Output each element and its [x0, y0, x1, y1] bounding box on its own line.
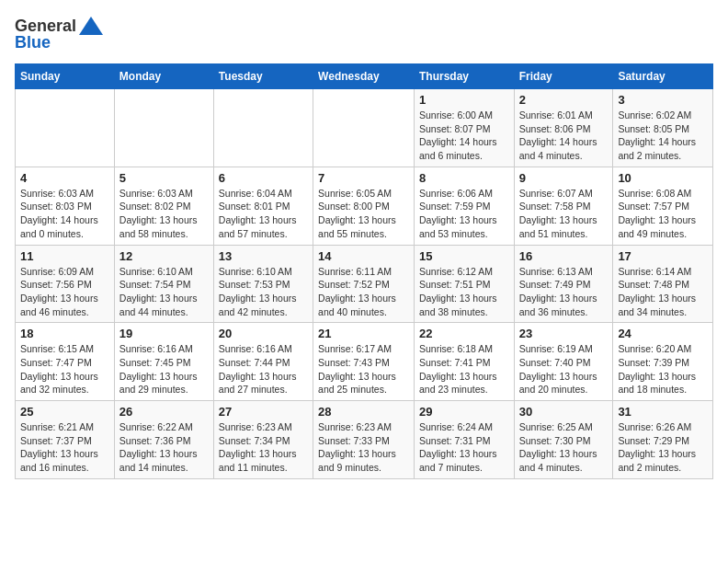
day-cell: 23Sunrise: 6:19 AM Sunset: 7:40 PM Dayli… [514, 323, 613, 401]
day-info: Sunrise: 6:21 AM Sunset: 7:37 PM Dayligh… [20, 420, 109, 475]
day-cell: 27Sunrise: 6:23 AM Sunset: 7:34 PM Dayli… [213, 401, 313, 479]
day-number: 16 [519, 249, 609, 263]
day-number: 4 [20, 171, 109, 185]
day-info: Sunrise: 6:04 AM Sunset: 8:01 PM Dayligh… [219, 187, 308, 241]
day-cell: 9Sunrise: 6:07 AM Sunset: 7:58 PM Daylig… [514, 167, 613, 245]
day-info: Sunrise: 6:03 AM Sunset: 8:03 PM Dayligh… [20, 187, 109, 241]
day-number: 15 [419, 249, 509, 263]
day-cell: 17Sunrise: 6:14 AM Sunset: 7:48 PM Dayli… [613, 245, 713, 323]
day-cell: 8Sunrise: 6:06 AM Sunset: 7:59 PM Daylig… [414, 167, 514, 245]
day-number: 22 [419, 327, 509, 340]
day-number: 17 [618, 249, 708, 263]
day-info: Sunrise: 6:18 AM Sunset: 7:41 PM Dayligh… [419, 342, 509, 396]
day-number: 1 [419, 93, 509, 107]
day-info: Sunrise: 6:14 AM Sunset: 7:48 PM Dayligh… [618, 265, 708, 319]
day-info: Sunrise: 6:02 AM Sunset: 8:05 PM Dayligh… [618, 109, 708, 163]
day-cell: 12Sunrise: 6:10 AM Sunset: 7:54 PM Dayli… [114, 245, 213, 323]
day-number: 18 [20, 327, 109, 340]
day-cell: 4Sunrise: 6:03 AM Sunset: 8:03 PM Daylig… [16, 167, 115, 245]
day-number: 6 [219, 171, 308, 185]
day-number: 25 [20, 405, 109, 419]
day-number: 26 [119, 405, 209, 419]
day-cell: 25Sunrise: 6:21 AM Sunset: 7:37 PM Dayli… [16, 401, 115, 479]
day-cell: 13Sunrise: 6:10 AM Sunset: 7:53 PM Dayli… [213, 245, 313, 323]
day-number: 31 [618, 405, 708, 419]
day-info: Sunrise: 6:19 AM Sunset: 7:40 PM Dayligh… [519, 342, 609, 396]
logo-container: General Blue [15, 15, 104, 52]
day-number: 29 [419, 405, 509, 419]
day-info: Sunrise: 6:08 AM Sunset: 7:57 PM Dayligh… [618, 187, 708, 241]
day-number: 5 [119, 171, 209, 185]
day-number: 10 [618, 171, 708, 185]
day-info: Sunrise: 6:16 AM Sunset: 7:44 PM Dayligh… [219, 342, 308, 396]
day-cell: 29Sunrise: 6:24 AM Sunset: 7:31 PM Dayli… [414, 401, 514, 479]
day-info: Sunrise: 6:10 AM Sunset: 7:54 PM Dayligh… [119, 265, 209, 319]
day-info: Sunrise: 6:16 AM Sunset: 7:45 PM Dayligh… [119, 342, 209, 396]
day-info: Sunrise: 6:25 AM Sunset: 7:30 PM Dayligh… [519, 420, 609, 475]
day-number: 20 [219, 327, 308, 340]
day-cell: 6Sunrise: 6:04 AM Sunset: 8:01 PM Daylig… [213, 167, 313, 245]
day-header-saturday: Saturday [613, 64, 713, 89]
day-cell: 5Sunrise: 6:03 AM Sunset: 8:02 PM Daylig… [114, 167, 213, 245]
day-number: 19 [119, 327, 209, 340]
day-number: 13 [219, 249, 308, 263]
day-cell [16, 89, 115, 167]
svg-marker-0 [79, 17, 103, 35]
day-cell: 14Sunrise: 6:11 AM Sunset: 7:52 PM Dayli… [313, 245, 415, 323]
day-cell: 7Sunrise: 6:05 AM Sunset: 8:00 PM Daylig… [313, 167, 415, 245]
day-header-thursday: Thursday [414, 64, 514, 89]
day-cell: 2Sunrise: 6:01 AM Sunset: 8:06 PM Daylig… [514, 89, 613, 167]
day-number: 28 [318, 405, 409, 419]
day-cell: 1Sunrise: 6:00 AM Sunset: 8:07 PM Daylig… [414, 89, 514, 167]
day-cell: 26Sunrise: 6:22 AM Sunset: 7:36 PM Dayli… [114, 401, 213, 479]
day-info: Sunrise: 6:24 AM Sunset: 7:31 PM Dayligh… [419, 420, 509, 475]
day-cell: 16Sunrise: 6:13 AM Sunset: 7:49 PM Dayli… [514, 245, 613, 323]
week-row-1: 1Sunrise: 6:00 AM Sunset: 8:07 PM Daylig… [16, 89, 713, 167]
day-info: Sunrise: 6:09 AM Sunset: 7:56 PM Dayligh… [20, 265, 109, 319]
day-info: Sunrise: 6:01 AM Sunset: 8:06 PM Dayligh… [519, 109, 609, 163]
day-number: 12 [119, 249, 209, 263]
logo-blue-text: Blue [15, 33, 51, 52]
day-cell: 31Sunrise: 6:26 AM Sunset: 7:29 PM Dayli… [613, 401, 713, 479]
day-cell: 10Sunrise: 6:08 AM Sunset: 7:57 PM Dayli… [613, 167, 713, 245]
day-info: Sunrise: 6:23 AM Sunset: 7:33 PM Dayligh… [318, 420, 409, 475]
day-cell: 24Sunrise: 6:20 AM Sunset: 7:39 PM Dayli… [613, 323, 713, 401]
day-header-sunday: Sunday [16, 64, 115, 89]
day-cell: 20Sunrise: 6:16 AM Sunset: 7:44 PM Dayli… [213, 323, 313, 401]
day-cell: 18Sunrise: 6:15 AM Sunset: 7:47 PM Dayli… [16, 323, 115, 401]
day-number: 30 [519, 405, 609, 419]
day-number: 21 [318, 327, 409, 340]
day-info: Sunrise: 6:00 AM Sunset: 8:07 PM Dayligh… [419, 109, 509, 163]
calendar-table: SundayMondayTuesdayWednesdayThursdayFrid… [15, 63, 713, 479]
day-cell: 28Sunrise: 6:23 AM Sunset: 7:33 PM Dayli… [313, 401, 415, 479]
day-info: Sunrise: 6:05 AM Sunset: 8:00 PM Dayligh… [318, 187, 409, 241]
logo: General Blue [15, 15, 104, 52]
day-number: 7 [318, 171, 409, 185]
day-cell: 11Sunrise: 6:09 AM Sunset: 7:56 PM Dayli… [16, 245, 115, 323]
day-cell: 30Sunrise: 6:25 AM Sunset: 7:30 PM Dayli… [514, 401, 613, 479]
day-cell: 21Sunrise: 6:17 AM Sunset: 7:43 PM Dayli… [313, 323, 415, 401]
week-row-3: 11Sunrise: 6:09 AM Sunset: 7:56 PM Dayli… [16, 245, 713, 323]
day-info: Sunrise: 6:03 AM Sunset: 8:02 PM Dayligh… [119, 187, 209, 241]
day-cell [213, 89, 313, 167]
day-info: Sunrise: 6:10 AM Sunset: 7:53 PM Dayligh… [219, 265, 308, 319]
day-number: 14 [318, 249, 409, 263]
day-number: 8 [419, 171, 509, 185]
day-number: 9 [519, 171, 609, 185]
day-info: Sunrise: 6:06 AM Sunset: 7:59 PM Dayligh… [419, 187, 509, 241]
logo-icon [78, 15, 104, 37]
day-cell [313, 89, 415, 167]
page-header: General Blue [15, 15, 713, 52]
day-info: Sunrise: 6:20 AM Sunset: 7:39 PM Dayligh… [618, 342, 708, 396]
day-info: Sunrise: 6:12 AM Sunset: 7:51 PM Dayligh… [419, 265, 509, 319]
day-cell: 22Sunrise: 6:18 AM Sunset: 7:41 PM Dayli… [414, 323, 514, 401]
week-row-4: 18Sunrise: 6:15 AM Sunset: 7:47 PM Dayli… [16, 323, 713, 401]
day-header-monday: Monday [114, 64, 213, 89]
day-info: Sunrise: 6:23 AM Sunset: 7:34 PM Dayligh… [219, 420, 308, 475]
day-number: 24 [618, 327, 708, 340]
day-number: 27 [219, 405, 308, 419]
day-cell: 19Sunrise: 6:16 AM Sunset: 7:45 PM Dayli… [114, 323, 213, 401]
day-cell: 3Sunrise: 6:02 AM Sunset: 8:05 PM Daylig… [613, 89, 713, 167]
day-header-row: SundayMondayTuesdayWednesdayThursdayFrid… [16, 64, 713, 89]
day-info: Sunrise: 6:13 AM Sunset: 7:49 PM Dayligh… [519, 265, 609, 319]
